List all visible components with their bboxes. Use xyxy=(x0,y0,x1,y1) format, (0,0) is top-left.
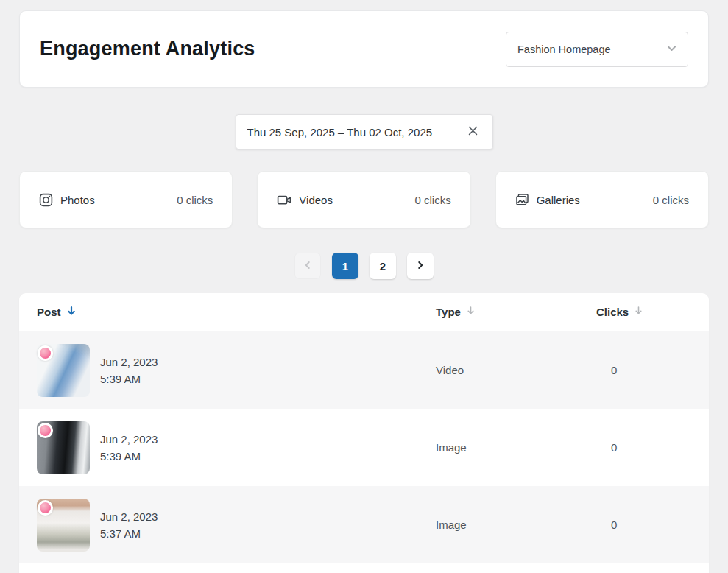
column-header-post[interactable]: Post xyxy=(37,306,436,319)
post-cell: Jun 2, 2023 5:39 AM xyxy=(37,344,436,397)
column-label: Post xyxy=(37,306,61,318)
date-range-row: Thu 25 Sep, 2025 – Thu 02 Oct, 2025 xyxy=(0,114,728,150)
prev-page-button[interactable] xyxy=(294,253,321,279)
table-row[interactable]: Jun 2, 2023 5:37 AM Image 0 xyxy=(19,486,709,563)
date-range-value: Thu 25 Sep, 2025 – Thu 02 Oct, 2025 xyxy=(247,126,464,138)
column-header-type[interactable]: Type xyxy=(436,306,596,318)
stat-clicks: 0 clicks xyxy=(414,194,450,206)
sort-desc-active-icon xyxy=(67,306,76,319)
post-cell: Jun 2, 2023 5:39 AM xyxy=(37,421,436,474)
chevron-down-icon xyxy=(665,42,678,57)
instagram-photo-icon xyxy=(39,193,53,207)
feed-selector[interactable]: Fashion Homepage xyxy=(506,32,688,67)
post-clicks: 0 xyxy=(596,518,691,531)
sort-desc-inactive-icon xyxy=(635,306,643,318)
stat-card-photos[interactable]: Photos 0 clicks xyxy=(19,171,233,228)
stat-label: Photos xyxy=(60,194,95,206)
next-page-button[interactable] xyxy=(407,253,434,279)
posts-table: Post Type Clicks xyxy=(19,293,709,573)
post-date: Jun 2, 2023 xyxy=(100,431,158,448)
post-clicks: 0 xyxy=(596,441,691,454)
post-cell: Jun 2, 2023 5:37 AM xyxy=(37,499,436,552)
table-row[interactable]: Jun 2, 2023 5:39 AM Video 0 xyxy=(19,331,709,409)
post-date: Jun 2, 2023 xyxy=(100,508,158,525)
stats-row: Photos 0 clicks Videos 0 clicks Gallerie… xyxy=(19,171,709,228)
page-button-2[interactable]: 2 xyxy=(370,253,396,279)
post-datetime: Jun 2, 2023 5:37 AM xyxy=(100,508,158,542)
pink-story-badge-icon xyxy=(38,500,53,516)
header-card: Engagement Analytics Fashion Homepage xyxy=(19,10,709,88)
date-range-picker[interactable]: Thu 25 Sep, 2025 – Thu 02 Oct, 2025 xyxy=(236,114,493,150)
post-time: 5:39 AM xyxy=(100,448,158,465)
page-title: Engagement Analytics xyxy=(40,38,255,60)
post-time: 5:37 AM xyxy=(100,525,158,542)
legs-blue-denim-photo[interactable] xyxy=(37,344,90,397)
stat-label: Videos xyxy=(299,194,333,206)
stat-clicks: 0 clicks xyxy=(177,194,213,206)
video-camera-icon xyxy=(277,193,291,207)
column-header-clicks[interactable]: Clicks xyxy=(596,306,691,318)
chevron-right-icon xyxy=(415,260,425,273)
feed-selector-value: Fashion Homepage xyxy=(517,43,611,55)
post-date: Jun 2, 2023 xyxy=(100,354,158,370)
pagination: 1 2 xyxy=(0,253,728,279)
stat-card-galleries[interactable]: Galleries 0 clicks xyxy=(495,171,709,228)
close-icon xyxy=(467,125,478,138)
white-socks-sandals-photo[interactable] xyxy=(37,499,90,552)
post-type: Video xyxy=(436,364,596,376)
column-label: Clicks xyxy=(596,306,629,318)
table-body: Jun 2, 2023 5:39 AM Video 0 Jun 2, 2023 … xyxy=(19,331,709,563)
stat-clicks: 0 clicks xyxy=(653,194,689,206)
post-datetime: Jun 2, 2023 5:39 AM xyxy=(100,354,158,387)
column-label: Type xyxy=(436,306,461,318)
stat-card-videos[interactable]: Videos 0 clicks xyxy=(257,171,470,228)
post-clicks: 0 xyxy=(596,364,691,376)
table-header: Post Type Clicks xyxy=(19,293,709,331)
page-button-1[interactable]: 1 xyxy=(332,253,358,279)
post-datetime: Jun 2, 2023 5:39 AM xyxy=(100,431,158,465)
black-leather-coat-photo[interactable] xyxy=(37,421,90,474)
stat-label: Galleries xyxy=(537,194,580,206)
post-time: 5:39 AM xyxy=(100,370,158,387)
pink-story-badge-icon xyxy=(38,423,53,438)
sort-desc-inactive-icon xyxy=(467,306,475,318)
post-type: Image xyxy=(436,518,596,531)
clear-date-button[interactable] xyxy=(464,122,481,141)
gallery-stack-icon xyxy=(515,193,529,207)
post-type: Image xyxy=(436,441,596,454)
pink-story-badge-icon xyxy=(38,345,53,361)
table-row[interactable]: Jun 2, 2023 5:39 AM Image 0 xyxy=(19,409,709,486)
chevron-left-icon xyxy=(303,260,313,273)
